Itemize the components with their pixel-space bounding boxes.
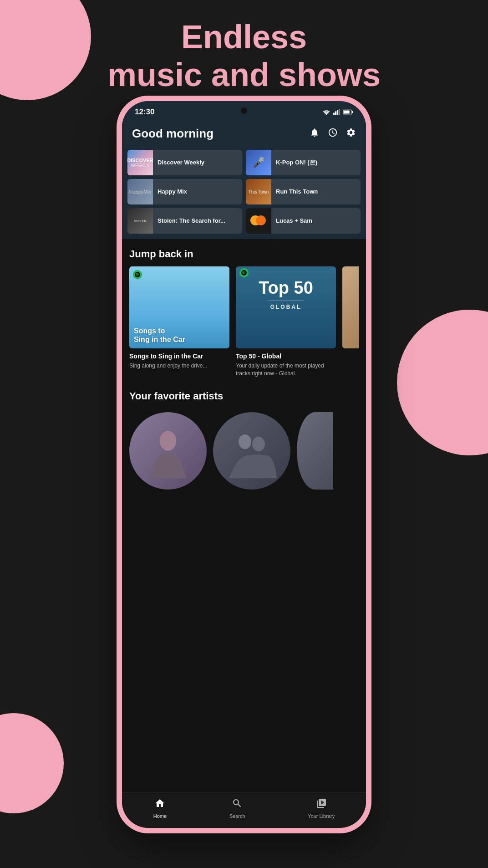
jump-card-partial [342,266,359,348]
quick-item-kpop[interactable]: 🎤 K-Pop ON! (온) [246,150,361,175]
phone-screen: 12:30 [122,101,366,828]
spotify-logo-top50 [239,268,249,277]
battery-icon [343,109,353,115]
library-label: Your Library [308,813,335,819]
artist-avatar-partial [297,412,333,490]
car-thumb-text: Songs toSing in the Car [134,327,185,344]
top50-divider [268,301,304,301]
svg-point-9 [252,437,265,451]
quick-thumb-discover: DISCOVER WEEKLY [127,150,153,175]
songs-car-desc: Sing along and enjoy the drive... [129,362,229,370]
artist-item-1[interactable] [129,412,207,490]
deco-circle-bottom-left [0,713,64,813]
svg-point-8 [239,434,251,449]
jump-card-songs-car[interactable]: Songs toSing in the Car Songs to Sing in… [129,266,229,378]
quick-item-discover-weekly[interactable]: DISCOVER WEEKLY Discover Weekly [127,150,242,175]
wifi-icon [322,109,330,115]
quick-label-happy-mix: Happy Mix [153,188,192,196]
signal-icon [333,109,341,115]
quick-thumb-blend [246,208,271,234]
settings-icon[interactable] [346,128,356,140]
bottom-nav: Home Search Your Library [122,792,366,828]
nav-home[interactable]: Home [153,798,167,819]
recent-icon[interactable] [328,128,338,140]
jump-card-top50[interactable]: Top 50 GLOBAL Top 50 - Global Your daily… [236,266,336,378]
quick-label-run-this-town: Run This Town [271,188,322,196]
home-label: Home [153,813,167,819]
quick-label-lucas-sam: Lucas + Sam [271,217,317,225]
jump-back-in-section: Jump back in Songs toSing in the Car [122,239,366,381]
camera-notch [241,107,247,114]
quick-thumb-stolen: STOLEN [127,208,153,234]
quick-thumb-kpop: 🎤 [246,150,271,175]
svg-rect-2 [337,110,338,115]
phone-content: Good morning [122,119,366,805]
greeting-text: Good morning [132,127,214,141]
header-icons [310,128,356,140]
quick-label-kpop: K-Pop ON! (온) [271,159,322,167]
artist-avatar-2 [213,412,290,490]
status-icons [322,109,353,115]
app-header: Good morning [122,119,366,150]
nav-search[interactable]: Search [229,798,245,819]
tagline-line2: music and shows [0,56,488,94]
top50-title: Top 50 - Global [236,352,336,360]
quick-thumb-happy-mix: HappyMix [127,179,153,204]
svg-rect-3 [339,109,340,115]
blend-circle-2 [256,215,266,225]
quick-label-discover-weekly: Discover Weekly [153,159,209,167]
thumb-top50: Top 50 GLOBAL [236,266,336,348]
quick-thumb-run-this-town: This Town [246,179,271,204]
artists-row [122,412,366,497]
spotify-logo [133,270,142,279]
deco-circle-middle-right [397,310,488,455]
artist-silhouette-2 [224,424,279,478]
phone-frame: 12:30 [117,96,371,833]
home-icon [154,798,165,812]
artist-avatar-1 [129,412,207,490]
quick-item-run-this-town[interactable]: This Town Run This Town [246,179,361,204]
top50-desc: Your daily update of the most played tra… [236,362,336,378]
svg-point-7 [160,431,176,451]
search-icon [232,798,243,812]
nav-library[interactable]: Your Library [308,798,335,819]
jump-back-in-cards: Songs toSing in the Car Songs to Sing in… [129,266,359,378]
search-label: Search [229,813,245,819]
songs-car-title: Songs to Sing in the Car [129,352,229,360]
artist-silhouette-1 [141,424,195,478]
thumb-songs-car: Songs toSing in the Car [129,266,229,348]
library-icon [316,798,327,812]
svg-rect-0 [333,113,335,115]
top50-number: Top 50 [259,278,313,298]
quick-item-stolen[interactable]: STOLEN Stolen: The Search for... [127,208,242,234]
svg-rect-5 [352,111,353,113]
quick-item-happy-mix[interactable]: HappyMix Happy Mix [127,179,242,204]
artist-item-2[interactable] [213,412,290,490]
tagline-line1: Endless [0,18,488,56]
jump-back-in-title: Jump back in [129,248,359,260]
quick-label-stolen: Stolen: The Search for... [153,217,230,225]
svg-rect-6 [344,110,350,113]
notification-icon[interactable] [310,128,320,140]
favorite-artists-title: Your favorite artists [129,390,359,402]
quick-access-grid: DISCOVER WEEKLY Discover Weekly 🎤 K-Pop … [122,150,366,239]
svg-rect-1 [335,111,336,115]
status-time: 12:30 [135,107,154,117]
top50-sub: GLOBAL [270,304,302,310]
quick-item-lucas-sam[interactable]: Lucas + Sam [246,208,361,234]
page-tagline: Endless music and shows [0,18,488,94]
favorite-artists-section: Your favorite artists [122,381,366,412]
